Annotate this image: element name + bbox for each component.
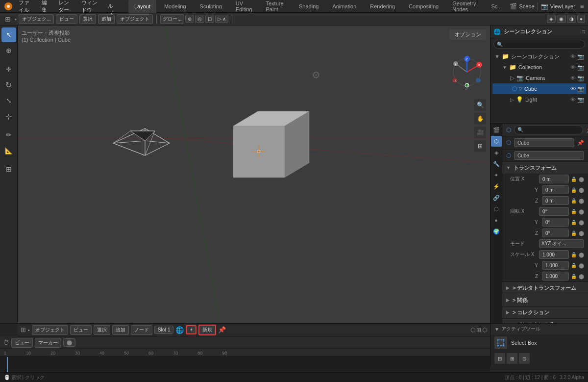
bt-view[interactable]: ビュー <box>70 325 92 335</box>
outliner-collection[interactable]: ▼ 📁 Collection 👁 📷 <box>492 62 586 73</box>
prop-icon-scene[interactable]: 🎬 <box>491 125 502 135</box>
render-icon-light[interactable]: 📷 <box>577 97 584 103</box>
object-data-name-field[interactable]: Cube <box>514 151 584 160</box>
pos-y-icon[interactable]: 🔒 <box>571 187 577 193</box>
ws-tab-geonodes[interactable]: Geometry Nodes <box>446 0 483 13</box>
view-layer-header[interactable]: ViewLayer <box>550 3 575 9</box>
select-box-tool[interactable]: Select Box <box>490 334 588 351</box>
render-icon-coll[interactable]: 📷 <box>577 64 584 71</box>
collections-header[interactable]: ▶ > コレクション <box>502 306 588 318</box>
ws-tab-shading[interactable]: Shading <box>293 0 324 13</box>
object-name-field[interactable]: Cube <box>514 138 574 147</box>
object-menu[interactable]: オブジェクト <box>117 14 153 24</box>
at-mode-icon-2[interactable]: ⊞ <box>507 353 517 364</box>
render-icon-cube[interactable]: 📷 <box>577 86 584 92</box>
rot-x-icon[interactable]: 🔒 <box>571 209 577 214</box>
bt-select[interactable]: 選択 <box>94 325 110 335</box>
scale-y-anim[interactable]: ⬤ <box>579 263 584 268</box>
ws-tab-modeling[interactable]: Modeling <box>158 0 192 13</box>
scale-z-anim[interactable]: ⬤ <box>579 274 584 279</box>
prop-icon-world[interactable]: 🌍 <box>491 226 502 237</box>
select-menu[interactable]: 選択 <box>79 14 96 24</box>
bt-right-icon2[interactable]: ⊞ <box>476 327 481 333</box>
properties-pin-icon[interactable]: 📌 <box>586 127 588 133</box>
view-menu[interactable]: ビュー <box>56 14 77 24</box>
options-button[interactable]: オプション <box>449 29 486 40</box>
bt-slot[interactable]: Slot 1 <box>154 326 174 334</box>
outliner-cube[interactable]: ⬡ ▽ Cube 👁 📷 <box>492 83 586 94</box>
eye-icon-cam[interactable]: 👁 <box>570 75 576 81</box>
pin-icon[interactable]: 📌 <box>577 140 584 146</box>
ws-tab-compositing[interactable]: Compositing <box>403 0 444 13</box>
tool-measure[interactable]: 📐 <box>1 143 16 158</box>
rot-y-icon[interactable]: 🔒 <box>571 220 577 225</box>
viewport-3d[interactable]: ⚙ ユーザー・透視投影 (1) Collection | Cube オプション … <box>18 25 490 369</box>
global-local-toggle[interactable]: グロー... ⊕ ◎ ⊡ ▷ ∧ <box>160 14 228 24</box>
rot-z-anim[interactable]: ⬤ <box>579 230 584 236</box>
tool-select[interactable]: ↖ <box>1 27 16 42</box>
bt-mode-selector[interactable]: オブジェクト <box>32 325 68 335</box>
rot-y-value[interactable]: 0° <box>542 218 569 227</box>
pos-z-anim[interactable]: ⬤ <box>579 198 584 204</box>
menu-file[interactable]: ファイル <box>15 0 36 15</box>
eye-icon-coll[interactable]: 👁 <box>570 64 576 71</box>
scale-x-anim[interactable]: ⬤ <box>579 252 584 257</box>
ws-tab-texture[interactable]: Texture Paint <box>260 0 291 13</box>
ws-tab-layout[interactable]: Layout <box>128 0 156 13</box>
viewport-gizmo[interactable]: X Y Z -X -Z <box>450 55 484 89</box>
ws-tab-animation[interactable]: Animation <box>326 0 362 13</box>
scene-name-header[interactable]: Scene <box>519 3 534 9</box>
outliner-search[interactable] <box>493 40 585 49</box>
pos-x-value[interactable]: 0 m <box>539 175 569 183</box>
bt-right-icon1[interactable]: ⬡ <box>470 327 475 333</box>
bt-new-btn[interactable]: 新規 <box>198 325 216 335</box>
pos-x-anim[interactable]: ⬤ <box>579 177 584 182</box>
rot-mode-value[interactable]: XYZ オイ... <box>539 239 584 248</box>
tool-annotate[interactable]: ✏ <box>1 127 16 142</box>
timeline-channel-btn[interactable]: ⬤ <box>63 338 75 347</box>
timeline-view-btn[interactable]: ビュー <box>11 338 33 348</box>
scale-z-icon[interactable]: 🔒 <box>571 274 577 279</box>
bt-pin-btn[interactable]: 📌 <box>218 326 226 333</box>
pos-y-anim[interactable]: ⬤ <box>579 187 584 193</box>
mode-selector[interactable]: オブジェク... <box>19 14 54 24</box>
tool-rotate[interactable]: ↻ <box>1 77 16 92</box>
prop-icon-data[interactable]: ◈ <box>491 147 502 158</box>
tool-add[interactable]: ⊞ <box>1 162 16 177</box>
scale-y-icon[interactable]: 🔒 <box>571 263 577 268</box>
pos-z-value[interactable]: 0 m <box>542 196 569 205</box>
scale-x-value[interactable]: 1.000 <box>539 250 569 259</box>
outliner-camera[interactable]: ▷ 📷 Camera 👁 📷 <box>492 73 586 83</box>
add-menu[interactable]: 追加 <box>98 14 115 24</box>
prop-icon-modifier[interactable]: 🔧 <box>491 158 502 169</box>
shade-solid[interactable]: ◉ <box>557 15 566 23</box>
pos-x-icon[interactable]: 🔒 <box>571 177 577 182</box>
prop-icon-particles[interactable]: ✦ <box>491 170 502 180</box>
vp-hand[interactable]: ✋ <box>474 113 486 125</box>
tool-move[interactable]: ✛ <box>1 62 16 76</box>
scale-x-icon[interactable]: 🔒 <box>571 252 577 257</box>
rot-y-anim[interactable]: ⬤ <box>579 220 584 225</box>
filter-icon[interactable]: ≡ <box>580 2 584 10</box>
at-mode-icon-3[interactable]: ⊡ <box>519 353 530 364</box>
prop-icon-physics[interactable]: ⚡ <box>491 181 502 192</box>
ws-tab-uv[interactable]: UV Editing <box>230 0 258 13</box>
vp-grid[interactable]: ⊞ <box>474 140 486 152</box>
rot-z-icon[interactable]: 🔒 <box>571 230 577 236</box>
scale-z-value[interactable]: 1.000 <box>542 272 569 280</box>
bt-add-icon-btn[interactable]: + <box>186 325 196 334</box>
prop-icon-object[interactable]: ⬡ <box>491 136 502 147</box>
ws-tab-sc[interactable]: Sc... <box>485 0 508 13</box>
pos-z-icon[interactable]: 🔒 <box>571 198 577 204</box>
ws-tab-sculpting[interactable]: Sculpting <box>194 0 228 13</box>
properties-search[interactable] <box>514 126 583 134</box>
pos-y-value[interactable]: 0 m <box>542 185 569 194</box>
rot-x-anim[interactable]: ⬤ <box>579 209 584 214</box>
scale-y-value[interactable]: 1.000 <box>542 261 569 270</box>
prop-icon-mat[interactable]: ● <box>491 215 502 226</box>
eye-icon-light[interactable]: 👁 <box>570 97 576 103</box>
menu-window[interactable]: ウィンドウ <box>77 0 102 15</box>
tool-cursor[interactable]: ⊕ <box>1 43 16 58</box>
eye-icon-scene[interactable]: 👁 <box>570 53 576 60</box>
bt-right-icon3[interactable]: ⬡ <box>482 327 487 333</box>
